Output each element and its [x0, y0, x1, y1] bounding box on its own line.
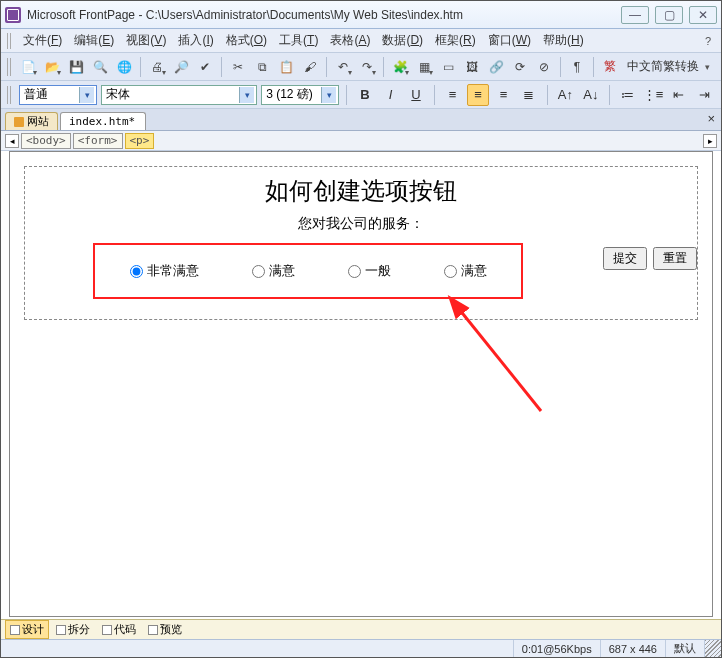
submit-button[interactable]: 提交	[603, 247, 647, 270]
menu-view[interactable]: 视图(V)	[120, 30, 172, 51]
website-icon	[14, 117, 24, 127]
view-mode-bar: 设计 拆分 代码 预览	[1, 619, 721, 639]
cut-button[interactable]: ✂	[227, 56, 249, 78]
tag-form[interactable]: <form>	[73, 133, 123, 149]
view-split-button[interactable]: 拆分	[51, 620, 95, 639]
menu-frames[interactable]: 框架(R)	[429, 30, 482, 51]
picture-button[interactable]: 🖼	[461, 56, 483, 78]
tag-p[interactable]: <p>	[125, 133, 155, 149]
preview-icon	[148, 625, 158, 635]
tabs-close-button[interactable]: ×	[707, 111, 715, 126]
view-preview-button[interactable]: 预览	[143, 620, 187, 639]
status-bar: 0:01@56Kbps 687 x 446 默认	[1, 639, 721, 657]
menu-tools[interactable]: 工具(T)	[273, 30, 324, 51]
copy-button[interactable]: ⧉	[251, 56, 273, 78]
menu-edit[interactable]: 编辑(E)	[68, 30, 120, 51]
radio-input-2[interactable]	[252, 265, 265, 278]
menu-help[interactable]: 帮助(H)	[537, 30, 590, 51]
split-icon	[56, 625, 66, 635]
font-size-combo[interactable]: 3 (12 磅)	[261, 85, 339, 105]
radio-option-4[interactable]: 满意	[444, 262, 487, 280]
page-subtitle[interactable]: 您对我公司的服务：	[25, 215, 697, 233]
increase-indent-button[interactable]: ⇥	[694, 84, 715, 106]
view-design-button[interactable]: 设计	[5, 620, 49, 639]
resize-grip[interactable]	[704, 640, 721, 657]
page-heading[interactable]: 如何创建选项按钮	[25, 175, 697, 207]
reset-button[interactable]: 重置	[653, 247, 697, 270]
publish-button[interactable]: 🌐	[113, 56, 135, 78]
align-justify-button[interactable]: ≣	[518, 84, 539, 106]
design-editor[interactable]: 如何创建选项按钮 您对我公司的服务： 非常满意 满意 一般 满意 提交 重置	[9, 151, 713, 617]
window-titlebar: Microsoft FrontPage - C:\Users\Administr…	[1, 1, 721, 29]
radio-option-3[interactable]: 一般	[348, 262, 391, 280]
menu-format[interactable]: 格式(O)	[220, 30, 273, 51]
window-title: Microsoft FrontPage - C:\Users\Administr…	[27, 8, 621, 22]
menu-bar: 文件(F) 编辑(E) 视图(V) 插入(I) 格式(O) 工具(T) 表格(A…	[1, 29, 721, 53]
radio-option-1[interactable]: 非常满意	[130, 262, 199, 280]
align-left-button[interactable]: ≡	[442, 84, 463, 106]
decrease-font-button[interactable]: A↓	[580, 84, 601, 106]
form-boundary: 如何创建选项按钮 您对我公司的服务： 非常满意 满意 一般 满意 提交 重置	[24, 166, 698, 320]
frontpage-icon	[5, 7, 21, 23]
decrease-indent-button[interactable]: ⇤	[668, 84, 689, 106]
minimize-button[interactable]: —	[621, 6, 649, 24]
table-button[interactable]: ▦	[413, 56, 435, 78]
refresh-button[interactable]: ⟳	[509, 56, 531, 78]
view-code-button[interactable]: 代码	[97, 620, 141, 639]
layer-button[interactable]: ▭	[437, 56, 459, 78]
save-button[interactable]: 💾	[65, 56, 87, 78]
tag-prev-button[interactable]: ◂	[5, 134, 19, 148]
radio-input-1[interactable]	[130, 265, 143, 278]
convert-icon[interactable]: 繁	[599, 56, 621, 78]
tag-body[interactable]: <body>	[21, 133, 71, 149]
redo-button[interactable]: ↷	[356, 56, 378, 78]
help-prompt-icon[interactable]: ?	[701, 35, 715, 47]
show-all-button[interactable]: ¶	[566, 56, 588, 78]
menu-insert[interactable]: 插入(I)	[172, 30, 219, 51]
web-component-button[interactable]: 🧩	[389, 56, 411, 78]
tab-index-htm[interactable]: index.htm*	[60, 112, 146, 130]
underline-button[interactable]: U	[405, 84, 426, 106]
undo-button[interactable]: ↶	[332, 56, 354, 78]
menu-file[interactable]: 文件(F)	[17, 30, 68, 51]
close-button[interactable]: ✕	[689, 6, 717, 24]
tab-website[interactable]: 网站	[5, 112, 58, 130]
search-button[interactable]: 🔍	[89, 56, 111, 78]
bullet-list-button[interactable]: ⋮≡	[642, 84, 664, 106]
align-center-button[interactable]: ≡	[467, 84, 488, 106]
toolbar-handle[interactable]	[7, 86, 13, 104]
new-button[interactable]: 📄	[17, 56, 39, 78]
align-right-button[interactable]: ≡	[493, 84, 514, 106]
style-combo[interactable]: 普通	[19, 85, 97, 105]
print-button[interactable]: 🖨	[146, 56, 168, 78]
open-button[interactable]: 📂	[41, 56, 63, 78]
bold-button[interactable]: B	[354, 84, 375, 106]
hyperlink-button[interactable]: 🔗	[485, 56, 507, 78]
radio-input-3[interactable]	[348, 265, 361, 278]
document-tabs: 网站 index.htm* ×	[1, 109, 721, 131]
status-mode: 默认	[665, 640, 704, 657]
numbered-list-button[interactable]: ≔	[617, 84, 638, 106]
format-painter-button[interactable]: 🖌	[299, 56, 321, 78]
tag-next-button[interactable]: ▸	[703, 134, 717, 148]
italic-button[interactable]: I	[380, 84, 401, 106]
increase-font-button[interactable]: A↑	[555, 84, 576, 106]
menu-table[interactable]: 表格(A)	[324, 30, 376, 51]
paste-button[interactable]: 📋	[275, 56, 297, 78]
stop-button[interactable]: ⊘	[533, 56, 555, 78]
spellcheck-button[interactable]: ✔	[194, 56, 216, 78]
radio-input-4[interactable]	[444, 265, 457, 278]
font-combo[interactable]: 宋体	[101, 85, 257, 105]
preview-button[interactable]: 🔎	[170, 56, 192, 78]
toolbar-handle[interactable]	[7, 58, 13, 76]
maximize-button[interactable]: ▢	[655, 6, 683, 24]
tag-selector-bar: ◂ <body> <form> <p> ▸	[1, 131, 721, 151]
status-dimensions: 687 x 446	[600, 640, 665, 657]
convert-label[interactable]: 中文简繁转换	[623, 58, 703, 75]
menu-data[interactable]: 数据(D)	[376, 30, 429, 51]
status-download-time: 0:01@56Kbps	[513, 640, 600, 657]
toolbar-handle[interactable]	[7, 33, 13, 49]
code-icon	[102, 625, 112, 635]
menu-window[interactable]: 窗口(W)	[482, 30, 537, 51]
radio-option-2[interactable]: 满意	[252, 262, 295, 280]
